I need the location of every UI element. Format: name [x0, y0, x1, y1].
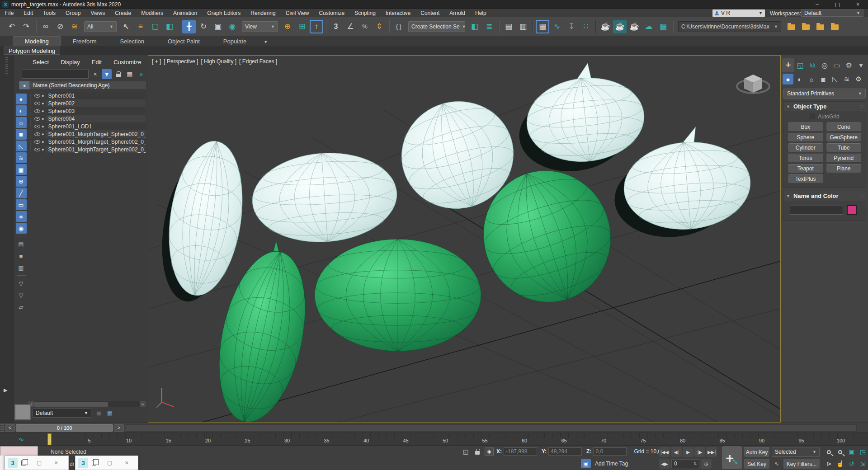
spinner-icon[interactable]: ⇅: [693, 461, 697, 466]
name-column-header[interactable]: Name (Sorted Descending Age): [30, 81, 146, 89]
list-item[interactable]: ●Sphere001_MorphTarget_Sphere002_0_2: [28, 146, 146, 153]
selectability-dot-icon[interactable]: ●: [42, 124, 44, 129]
primitive-category-dropdown[interactable]: Standard Primitives ▼: [783, 89, 866, 99]
unlink-selection-icon[interactable]: ⊘: [53, 20, 67, 33]
go-to-start-icon[interactable]: |◀◀: [659, 447, 670, 457]
sphere-white-onion-top[interactable]: [512, 58, 649, 177]
open-project-folder-icon[interactable]: [799, 20, 812, 33]
selectability-dot-icon[interactable]: ●: [42, 94, 44, 98]
mini-curve-editor-icon[interactable]: ∿: [15, 435, 27, 444]
toggle-ribbon-icon[interactable]: ▦: [536, 20, 549, 33]
time-slider-track[interactable]: [126, 424, 857, 432]
restore-icon[interactable]: [92, 461, 96, 465]
object-name[interactable]: Sphere003: [46, 107, 146, 115]
tab-overflow-icon[interactable]: ▾: [855, 58, 867, 72]
user-account-dropdown[interactable]: V R ▼: [712, 9, 765, 17]
category-lights-icon[interactable]: ☼: [806, 74, 817, 85]
maximize-icon[interactable]: ▢: [37, 460, 42, 466]
select-object-icon[interactable]: ↖: [119, 20, 133, 33]
list-item[interactable]: ●Sphere001: [28, 92, 146, 99]
angle-snap-toggle-icon[interactable]: ∠: [344, 20, 357, 33]
column-toggle-icon[interactable]: ●: [19, 81, 30, 89]
category-helpers-icon[interactable]: ◺: [830, 74, 840, 85]
project-folder-icon[interactable]: [784, 20, 798, 33]
explorer-preset-dropdown[interactable]: Default ▼: [33, 409, 91, 418]
horizontal-scrollbar[interactable]: < >: [28, 401, 146, 407]
selection-filter-dropdown[interactable]: All▼: [84, 21, 117, 32]
quality-label[interactable]: [ High Quality ]: [201, 58, 236, 65]
viewport-canvas[interactable]: [148, 56, 780, 422]
use-pivot-point-center-icon[interactable]: ⊕: [281, 20, 294, 33]
material-editor-icon[interactable]: ∷: [579, 20, 593, 33]
key-filters-button[interactable]: Key Filters...: [783, 459, 820, 469]
select-and-link-icon[interactable]: ∞: [39, 20, 52, 33]
torus-button[interactable]: Torus: [788, 154, 823, 162]
ribbon-tab-modeling[interactable]: Modeling: [13, 36, 61, 46]
track-bar[interactable]: ∿ 05101520253035404550556065707580859095…: [0, 432, 868, 445]
filter-frames-icon[interactable]: ▭: [16, 199, 27, 210]
shading-label[interactable]: [ Edged Faces ]: [239, 58, 277, 65]
pyramid-button[interactable]: Pyramid: [826, 154, 862, 162]
category-cameras-icon[interactable]: ◙: [818, 74, 829, 85]
coord-value-field[interactable]: 49,294: [548, 447, 582, 456]
menu-edit[interactable]: Edit: [19, 9, 38, 17]
coord-value-field[interactable]: 0,0: [593, 447, 627, 456]
time-slider-grip[interactable]: [0, 424, 4, 432]
display-thumbnail[interactable]: [14, 404, 31, 420]
absolute-mode-icon[interactable]: ◈: [485, 447, 494, 456]
render-production-icon[interactable]: ☕: [627, 20, 641, 33]
hierarchy-view-icon[interactable]: ▦: [125, 69, 134, 79]
background-window-titlebar[interactable]: 3▢×: [5, 456, 69, 470]
sphere-button[interactable]: Sphere: [788, 133, 823, 141]
list-item[interactable]: ●Sphere004: [28, 115, 146, 122]
teapot-button[interactable]: Teapot: [788, 164, 823, 173]
list-item[interactable]: ●Sphere001_MorphTarget_Sphere002_0_0: [28, 130, 146, 138]
explorer-menu-display[interactable]: Display: [55, 59, 85, 66]
display-box-icon[interactable]: ■: [16, 250, 27, 261]
selectability-dot-icon[interactable]: ●: [42, 132, 44, 136]
selection-basket-icon[interactable]: ▱: [16, 301, 27, 312]
display-notes-icon[interactable]: ▥: [16, 262, 27, 273]
name-color-rollout-header[interactable]: ▼ Name and Color ∷: [783, 191, 866, 201]
object-type-rollout-header[interactable]: ▼ Object Type ∷: [783, 102, 866, 111]
filter-space-warps-icon[interactable]: ≋: [16, 152, 27, 163]
menu-animation[interactable]: Animation: [168, 9, 202, 17]
filter-cameras-icon[interactable]: ◙: [16, 129, 27, 140]
restore-icon[interactable]: [21, 461, 26, 465]
tube-button[interactable]: Tube: [826, 143, 862, 152]
plane-button[interactable]: Plane: [826, 164, 862, 173]
selectability-dot-icon[interactable]: ●: [42, 101, 44, 106]
visibility-eye-icon[interactable]: [34, 132, 40, 136]
select-by-name-icon[interactable]: ≡: [134, 20, 147, 33]
object-name[interactable]: Sphere001_MorphTarget_Sphere002_0_1: [46, 138, 146, 146]
ribbon-minimize-icon[interactable]: ▾: [264, 39, 267, 46]
window-crossing-toggle-icon[interactable]: ◧: [163, 20, 176, 33]
menu-tools[interactable]: Tools: [38, 9, 61, 17]
menu-rendering[interactable]: Rendering: [245, 9, 280, 17]
tab-display-icon[interactable]: ▭: [830, 58, 843, 72]
menu-modifiers[interactable]: Modifiers: [136, 9, 168, 17]
current-frame-field[interactable]: 0 ⇅: [671, 459, 699, 468]
menu-views[interactable]: Views: [85, 9, 110, 17]
minimize-button[interactable]: –: [807, 0, 827, 9]
filter-geometry-icon[interactable]: ●: [16, 94, 27, 104]
key-selection-dropdown[interactable]: Selected ▼: [772, 447, 820, 457]
filter-containers-icon[interactable]: ▣: [16, 164, 27, 175]
filter-lights-icon[interactable]: ☼: [16, 117, 27, 128]
cylinder-button[interactable]: Cylinder: [788, 143, 823, 152]
select-and-rotate-icon[interactable]: ↻: [197, 20, 210, 33]
close-icon[interactable]: ×: [54, 459, 58, 466]
select-and-place-icon[interactable]: ◉: [226, 20, 239, 33]
object-name[interactable]: Sphere001: [46, 92, 146, 99]
object-name-field[interactable]: [790, 206, 843, 215]
previous-frame-arrow[interactable]: <: [5, 424, 15, 432]
selectability-dot-icon[interactable]: ●: [42, 109, 44, 113]
visibility-eye-icon[interactable]: [34, 125, 40, 128]
visibility-eye-icon[interactable]: [34, 140, 40, 144]
project-folder-settings-icon[interactable]: [828, 20, 841, 33]
autogrid-checkbox[interactable]: [810, 114, 815, 119]
set-key-button[interactable]: Set Key: [744, 459, 769, 469]
ribbon-tab-object-paint[interactable]: Object Paint: [156, 37, 212, 46]
category-space-warps-icon[interactable]: ≋: [841, 74, 852, 85]
scrollbar-thumb[interactable]: [34, 402, 108, 407]
